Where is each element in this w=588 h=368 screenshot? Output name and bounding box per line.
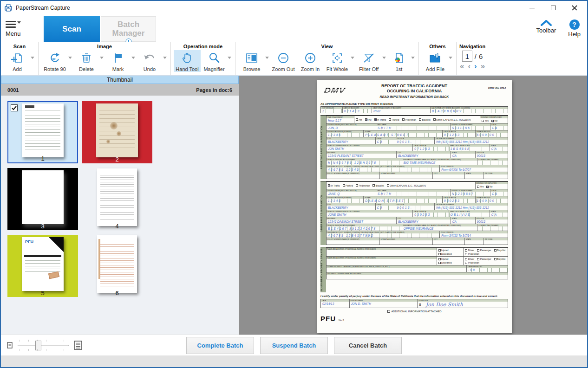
form-field: CITY <box>433 172 465 179</box>
page-total: 6 <box>479 52 483 60</box>
close-button[interactable] <box>564 1 585 15</box>
form-field: CITYBLACKBERRY <box>397 151 451 158</box>
maximize-button[interactable] <box>542 1 564 15</box>
form-field: INSURANCE COMPANY NAME (NOT AGENT, UNDER… <box>402 158 478 165</box>
thumbnail-4[interactable]: 4 <box>82 168 152 230</box>
form-field: CITYBLACKBERRY <box>397 217 451 224</box>
cancel-batch-button[interactable]: Cancel Batch <box>334 337 402 354</box>
form-row: ADDRESS12345 PLESANT STREETCITYBLACKBERR… <box>326 151 508 158</box>
minimize-icon <box>529 8 535 8</box>
thumbnail-2[interactable]: 2 <box>82 101 152 163</box>
add-file-button[interactable]: Add File <box>422 50 449 72</box>
form-checkbox: Driver <box>465 258 474 260</box>
menu-button[interactable]: Menu <box>6 20 28 37</box>
fit-whole-button[interactable]: Fit Whole <box>324 50 351 72</box>
form-checkbox: Injured <box>438 258 449 260</box>
form-section: REPORTING PARTY'S INFORMATIONTIME OF ACC… <box>320 115 508 179</box>
chevron-down-icon <box>17 21 21 24</box>
form-checkbox: In Traffic <box>374 118 386 121</box>
form-row: CITYBLACKBERRYSTATECAZIP CODE90015-TELEP… <box>326 137 508 144</box>
form-field: DRIVING FOR EMPLOYERYesNo <box>476 182 508 189</box>
additional-info-checkbox <box>387 310 390 313</box>
form-field: DATE OF BIRTH071263 <box>413 144 449 151</box>
zoom-out-button[interactable]: Zoom Out <box>270 50 297 72</box>
form-field: InjuredDeceased <box>437 257 464 265</box>
page-number-input[interactable]: 1 <box>462 51 472 62</box>
dropdown-caret-icon[interactable] <box>228 57 231 59</box>
first-page-button[interactable]: 1st <box>387 50 411 72</box>
complete-batch-button[interactable]: Complete Batch <box>186 337 254 354</box>
form-field: OTHER PROPERTY DAMAGED (TELEPHONE POLES,… <box>327 265 467 272</box>
maximize-icon <box>551 6 556 10</box>
form-field: STATECA <box>490 210 508 217</box>
doc-subtitle: READ IMPOTRANT INFORMATION ON BACK <box>320 95 508 98</box>
bottom-bar: Complete Batch Suspend Batch Cancel Batc… <box>1 335 587 355</box>
add-file-label: Add File <box>426 66 444 72</box>
document-viewer[interactable]: DMV REPORT OF TRAFFIC ACCIDENT OCCURING … <box>239 76 587 335</box>
thumbnail-5[interactable]: PFU 5 <box>7 235 78 297</box>
dropdown-caret-icon[interactable] <box>163 57 167 59</box>
dropdown-caret-icon[interactable] <box>131 57 135 59</box>
add-button[interactable]: Add <box>4 50 31 72</box>
form-field: # OF VEHICLES2 <box>321 107 343 113</box>
thumbnail-number: 2 <box>82 156 152 163</box>
form-field: InjuredDeceased <box>437 248 464 256</box>
thumbnail-6[interactable]: 6 <box>82 235 152 297</box>
group-label-navigation: Navigation <box>459 43 485 50</box>
form-section-side-label: REPORTING PARTY'S INFORMATION <box>320 116 326 179</box>
tab-scan[interactable]: Scan <box>44 16 100 42</box>
thumbnail-checkbox[interactable] <box>11 104 18 111</box>
help-button[interactable]: ? Help <box>568 19 581 38</box>
signature-script: Jon Doe Smith <box>421 302 463 308</box>
delete-button[interactable]: Delete <box>73 50 100 72</box>
previous-page-nav-icon[interactable]: ‹ <box>468 62 470 70</box>
last-page-nav-icon[interactable]: » <box>481 62 485 70</box>
form-field: ZIP CODE <box>484 238 508 245</box>
toolbar-toggle-button[interactable]: Toolbar <box>536 19 556 38</box>
form-field: AMPMIn TrafficParkedPedestrianBicyclistO… <box>354 116 481 123</box>
dropdown-caret-icon[interactable] <box>382 57 386 59</box>
tab-batch-manager[interactable]: Batch Manager <box>101 16 156 42</box>
form-row: POLICY HOLDERS NAME (IF DIFFERENT)STREET… <box>326 172 508 179</box>
magnifier-button[interactable]: Magnifier <box>201 50 228 72</box>
dropdown-caret-icon[interactable] <box>449 57 452 59</box>
dropdown-caret-icon[interactable] <box>31 57 34 59</box>
hand-tool-button[interactable]: Hand Tool <box>174 50 201 72</box>
mark-button[interactable]: Mark <box>105 50 131 72</box>
pfu-logo: PFU <box>320 315 336 323</box>
thumbnail-1[interactable]: 1 <box>7 101 78 163</box>
first-page-nav-icon[interactable]: « <box>460 62 464 70</box>
dropdown-caret-icon[interactable] <box>351 57 354 59</box>
dropdown-caret-icon[interactable] <box>100 57 104 59</box>
form-checkbox: Bicyclist <box>494 258 506 260</box>
minimize-button[interactable] <box>521 1 542 15</box>
zoom-in-button[interactable]: Zoom In <box>297 50 324 72</box>
form-row: INSURANCE POLICY NUMBER COVERING THE VEH… <box>326 165 508 172</box>
form-field: STATE <box>465 238 484 245</box>
form-checkbox: Parked <box>389 118 399 121</box>
form-field: DATE OF BIRTH071263 <box>443 130 475 137</box>
form-field: DATE OF BIRTH030283 <box>413 210 449 217</box>
form-row: PROPERTY OWNERS NAME AND ADDRESS <box>326 272 508 279</box>
form-field: DRIVERS NAME (FIRST AND MIDDLE)JANE, Q <box>327 189 376 196</box>
form-checkbox: Passenger <box>477 258 491 260</box>
doc-instruction: AS APPROPRIATE,PLEASE TYPE OR PRINT IN B… <box>320 103 508 105</box>
dropdown-caret-icon[interactable] <box>265 57 269 59</box>
thumbnail-3[interactable]: 3 <box>7 168 78 230</box>
hand-icon <box>182 51 193 65</box>
next-page-nav-icon[interactable]: › <box>474 62 477 70</box>
browse-button[interactable]: Browse <box>238 50 265 72</box>
rotate-90-button[interactable]: 90 Rotate 90 <box>41 50 68 72</box>
form-field: INSURANCE POLICY NUMBER COVERING THE VEH… <box>327 165 440 172</box>
dropdown-caret-icon[interactable] <box>68 57 72 59</box>
form-field: DAMAGE AMOUNT5000.00 <box>476 130 508 137</box>
dropdown-caret-icon[interactable] <box>411 57 415 59</box>
form-row: DRIVERS NAME (FIRST AND MIDDLE)JON, DLAS… <box>326 123 508 130</box>
form-field: ZIP CODE90015 <box>476 151 508 158</box>
filter-off-button[interactable]: Filter Off <box>355 50 382 72</box>
suspend-batch-button[interactable]: Suspend Batch <box>260 337 328 354</box>
hamburger-icon <box>6 21 16 29</box>
form-row: VEHICLE IDENTIFICATION NUMBERB1S4567 891… <box>326 224 508 231</box>
undo-button[interactable]: Undo <box>136 50 163 72</box>
ribbon-group-image: Image 90 Rotate 90 Delete <box>39 42 171 75</box>
